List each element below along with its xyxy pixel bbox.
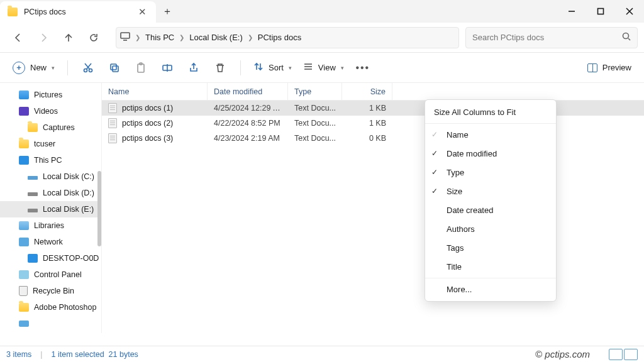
column-header-date[interactable]: Date modified [208, 83, 288, 100]
close-window-button[interactable] [615, 0, 644, 23]
sidebar-item-icon [28, 192, 38, 196]
breadcrumb[interactable]: This PC [144, 33, 175, 42]
column-context-menu: Size All Columns to Fit ✓Name✓Date modif… [425, 99, 557, 302]
ctx-column-toggle[interactable]: ✓Type [425, 163, 556, 182]
check-icon: ✓ [431, 168, 438, 177]
chevron-down-icon: ▾ [52, 65, 55, 71]
new-button[interactable]: + New ▾ [9, 57, 58, 79]
ctx-more[interactable]: More... [425, 278, 556, 299]
minimize-button[interactable] [557, 0, 586, 23]
tab-title: PCtips docs [24, 8, 133, 16]
sidebar-item[interactable]: Local Disk (E:) [0, 201, 101, 217]
search-box[interactable] [465, 27, 638, 48]
details-view-button[interactable] [609, 349, 623, 360]
titlebar: PCtips docs ✕ ＋ [0, 0, 644, 23]
sidebar-item-label: Network [34, 238, 63, 246]
sidebar-item[interactable]: DESKTOP-O0D [0, 250, 101, 266]
sidebar-item-icon [28, 123, 38, 132]
sidebar-item[interactable]: Recycle Bin [0, 283, 101, 299]
sidebar-item-label: Local Disk (D:) [43, 189, 94, 197]
refresh-button[interactable] [82, 26, 106, 49]
sidebar-item[interactable]: This PC [0, 152, 101, 168]
sidebar-item-icon [19, 90, 29, 99]
check-icon: ✓ [431, 130, 438, 139]
sidebar-item[interactable]: Adobe Photoshop [0, 299, 101, 315]
check-icon: ✓ [431, 187, 438, 195]
sidebar-item[interactable]: Libraries [0, 217, 101, 234]
cut-button[interactable] [77, 57, 99, 79]
file-icon [108, 118, 117, 128]
paste-button[interactable] [130, 57, 152, 79]
ctx-column-toggle[interactable]: Title [425, 257, 556, 276]
sidebar-item[interactable]: Pictures [0, 87, 101, 103]
delete-button[interactable] [209, 57, 231, 79]
sidebar-item[interactable]: Captures [0, 119, 101, 136]
scrollbar[interactable] [97, 171, 101, 246]
chevron-right-icon: ❯ [248, 34, 253, 41]
sidebar-item[interactable]: Local Disk (D:) [0, 185, 101, 201]
search-input[interactable] [472, 33, 617, 42]
ctx-column-toggle[interactable]: Date created [425, 200, 556, 219]
thumbnails-view-button[interactable] [624, 349, 638, 360]
sidebar-item-label: Recycle Bin [33, 287, 74, 295]
sidebar: PicturesVideosCapturestcuserThis PCLocal… [0, 83, 102, 333]
svg-rect-12 [111, 64, 116, 70]
sidebar-item-icon [19, 107, 29, 116]
ctx-column-toggle[interactable]: ✓Name [425, 123, 556, 144]
preview-button[interactable]: Preview [584, 57, 635, 79]
svg-line-7 [628, 38, 630, 40]
breadcrumb[interactable]: Local Disk (E:) [188, 33, 244, 42]
breadcrumb[interactable]: PCtips docs [257, 33, 303, 42]
window-tab[interactable]: PCtips docs ✕ [0, 1, 156, 23]
ctx-column-toggle[interactable]: Authors [425, 219, 556, 238]
ctx-column-toggle[interactable]: ✓Size [425, 182, 556, 200]
check-icon: ✓ [431, 149, 438, 158]
ctx-column-toggle[interactable]: ✓Date modified [425, 144, 556, 163]
more-button[interactable]: ••• [352, 57, 374, 79]
sidebar-item-icon [19, 156, 29, 165]
svg-rect-14 [138, 64, 144, 72]
search-icon [622, 32, 631, 43]
sidebar-item-label: Captures [43, 123, 75, 132]
copy-button[interactable] [103, 57, 126, 79]
rename-button[interactable] [156, 57, 179, 79]
sidebar-item-label: Local Disk (E:) [43, 205, 94, 214]
sidebar-item-icon [19, 270, 29, 279]
sidebar-item-icon [19, 321, 29, 327]
sidebar-item[interactable]: Control Panel [0, 266, 101, 283]
forward-button[interactable] [31, 26, 55, 49]
maximize-button[interactable] [586, 0, 615, 23]
sidebar-item[interactable]: Network [0, 234, 101, 250]
watermark: © pctips.com [535, 349, 590, 359]
new-tab-button[interactable]: ＋ [156, 0, 179, 23]
share-button[interactable] [182, 57, 205, 79]
column-header-name[interactable]: Name [102, 83, 208, 100]
chevron-right-icon: ❯ [179, 34, 184, 41]
column-header-type[interactable]: Type [288, 83, 342, 100]
column-header-size[interactable]: Size [342, 83, 392, 100]
sidebar-item[interactable]: tcuser [0, 136, 101, 152]
sort-button[interactable]: Sort ▾ [250, 57, 296, 79]
ctx-column-toggle[interactable]: Tags [425, 238, 556, 257]
svg-rect-13 [113, 66, 118, 72]
sidebar-item[interactable]: Videos [0, 103, 101, 119]
sidebar-item[interactable] [0, 315, 101, 332]
chevron-down-icon: ▾ [289, 65, 292, 71]
sidebar-item-icon [19, 303, 29, 312]
table-row[interactable]: pctips docs (1)4/25/2024 12:29 AMText Do… [102, 101, 644, 116]
sidebar-item-icon [28, 209, 38, 212]
sidebar-item[interactable]: Local Disk (C:) [0, 168, 101, 185]
navbar: ❯ This PC ❯ Local Disk (E:) ❯ PCtips doc… [0, 23, 644, 53]
close-tab-button[interactable]: ✕ [133, 6, 151, 18]
sidebar-item-label: Libraries [34, 221, 64, 230]
preview-pane-icon [587, 63, 597, 72]
up-button[interactable] [57, 26, 80, 49]
ctx-size-all-columns[interactable]: Size All Columns to Fit [425, 102, 556, 121]
table-row[interactable]: pctips docs (2)4/22/2024 8:52 PMText Doc… [102, 116, 644, 131]
address-bar[interactable]: ❯ This PC ❯ Local Disk (E:) ❯ PCtips doc… [116, 27, 459, 48]
back-button[interactable] [6, 26, 30, 49]
view-button[interactable]: View ▾ [299, 57, 348, 79]
svg-point-8 [84, 69, 87, 72]
sort-icon [253, 62, 264, 74]
table-row[interactable]: pctips docs (3)4/23/2024 2:19 AMText Doc… [102, 131, 644, 146]
